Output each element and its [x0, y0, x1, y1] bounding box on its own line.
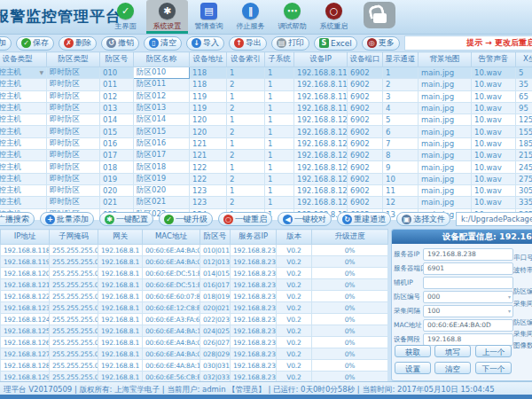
column-header[interactable]: IP地址 — [1, 230, 50, 245]
nav-item-system-restart[interactable]: ○系统重启 — [313, 0, 355, 34]
cell[interactable]: 0% — [312, 291, 388, 302]
cell[interactable]: 192.168.8.238 — [231, 291, 277, 302]
import-button[interactable]: ↓导入 — [186, 36, 224, 51]
cell[interactable]: 014|015 — [200, 268, 231, 279]
cell[interactable]: 192.168.8.1 — [98, 291, 143, 302]
table-row[interactable]: 监控主机即时防区012防区01211911192.168.8.11969023m… — [0, 90, 532, 102]
column-header[interactable]: 设备类型 — [0, 52, 47, 67]
cell[interactable]: 192.168.8.1 — [98, 245, 143, 256]
cell[interactable]: 192.168.8.1 — [98, 268, 143, 279]
collect-interval-input[interactable]: 100▾ — [423, 305, 513, 317]
cell[interactable]: 00:60:6E:12:C8:BD — [143, 302, 200, 314]
cell[interactable]: 010 — [100, 67, 134, 79]
cell[interactable]: 2 — [383, 79, 419, 90]
column-header[interactable]: 网关 — [98, 230, 143, 245]
fill-button[interactable]: 填写 — [434, 345, 471, 357]
cell[interactable]: 024|025 — [200, 325, 231, 337]
column-header[interactable]: 防区名称 — [134, 52, 190, 67]
cell[interactable]: 6902 — [348, 137, 383, 149]
table-row[interactable]: 192.168.8.126255.255.255.0192.168.8.100:… — [1, 337, 388, 348]
cell[interactable]: 121 — [190, 137, 227, 149]
cell[interactable]: 10.wav — [472, 79, 516, 90]
column-header[interactable]: 版本 — [277, 230, 312, 245]
cell[interactable]: main.jpg — [419, 197, 472, 208]
cell[interactable]: 119 — [190, 90, 227, 102]
cell[interactable]: 192.168.8.128 — [1, 360, 50, 372]
more-button[interactable]: ◎更多 — [362, 36, 400, 51]
column-header[interactable]: X坐标 — [516, 52, 532, 67]
cell[interactable]: 10.wav — [472, 173, 516, 184]
cell[interactable]: 1 — [227, 90, 265, 102]
cell[interactable]: 6902 — [348, 79, 383, 90]
cell[interactable]: 155 — [516, 126, 532, 137]
cell[interactable]: 10.wav — [472, 197, 516, 208]
column-header[interactable]: 设备索引 — [227, 52, 265, 67]
cell[interactable]: 监控主机 — [0, 126, 47, 137]
nav-item-alarm-query[interactable]: ▤警情查询 — [188, 0, 230, 34]
cell[interactable]: main.jpg — [419, 79, 472, 90]
cell[interactable]: 192.168.8.118 — [1, 245, 50, 256]
cell[interactable]: 8 — [383, 150, 419, 161]
cell[interactable]: 192.168.8.1 — [98, 325, 143, 337]
cell[interactable]: 192.168.8.120 — [294, 126, 348, 137]
table-row[interactable]: 监控主机即时防区016防区01612111192.168.8.12169027m… — [0, 137, 532, 149]
cell[interactable]: 192.168.8.238 — [231, 256, 277, 268]
cell[interactable]: V0.2 — [277, 256, 312, 268]
cell[interactable]: 即时防区 — [47, 90, 100, 102]
cell[interactable]: 2 — [227, 102, 265, 113]
cell[interactable]: 192.168.8.122 — [1, 291, 50, 302]
cell[interactable]: 1 — [227, 161, 265, 173]
cell[interactable]: 305 — [516, 184, 532, 196]
cell[interactable]: 122 — [190, 161, 227, 173]
cell[interactable]: V0.2 — [277, 279, 312, 291]
cell[interactable]: 00:60:6E:A4:BA:0F — [143, 256, 200, 268]
cell[interactable]: 即时防区 — [47, 184, 100, 196]
table-row[interactable]: 192.168.8.119255.255.255.0192.168.8.100:… — [1, 256, 388, 268]
cell[interactable]: 防区020 — [134, 184, 190, 196]
cell[interactable]: 防区021 — [134, 197, 190, 208]
mac-address-input[interactable]: 00:60:6E:A4:BA:0D — [423, 319, 513, 332]
cell[interactable]: 192.168.8.120 — [294, 114, 348, 126]
table-row[interactable]: 监控主机即时防区014防区01412011192.168.8.12069025m… — [0, 114, 532, 126]
cell[interactable]: 192.168.8.238 — [231, 279, 277, 291]
cell[interactable]: 192.168.8.123 — [294, 184, 348, 196]
nav-item-main[interactable]: ✓主界面 — [105, 0, 146, 34]
clear-button[interactable]: ▯清空 — [144, 36, 182, 51]
next-button[interactable]: 下一个 — [475, 362, 512, 374]
cell[interactable]: 监控主机▼ — [0, 67, 47, 79]
cell[interactable]: 12 — [383, 197, 419, 208]
table-row[interactable]: 监控主机即时防区020防区02012311192.168.8.123690211… — [0, 184, 532, 196]
column-header[interactable]: 设备端口 — [348, 52, 383, 67]
cell[interactable]: 192.168.8.238 — [231, 268, 277, 279]
cell[interactable]: 026|027 — [200, 337, 231, 348]
cell[interactable]: 192.168.8.124 — [1, 314, 50, 325]
cell[interactable]: 35 — [516, 79, 532, 90]
get-button[interactable]: 获取 — [395, 345, 431, 357]
set-button[interactable]: 设置 — [395, 362, 431, 374]
cell[interactable]: 015 — [100, 126, 134, 137]
cell[interactable]: 014 — [100, 114, 134, 126]
cell[interactable]: 192.168.8.238 — [231, 337, 277, 348]
cell[interactable]: 120 — [190, 126, 227, 137]
cell[interactable]: 012 — [100, 90, 134, 102]
cell[interactable]: 192.168.8.121 — [1, 279, 50, 291]
cell[interactable]: 123 — [190, 184, 227, 196]
column-header[interactable]: 设备IP — [294, 52, 348, 67]
cell[interactable]: 0% — [312, 279, 388, 291]
cell[interactable]: 255.255.255.0 — [50, 279, 98, 291]
print-button[interactable]: ▤打印 — [271, 36, 309, 51]
cell[interactable]: 4 — [383, 102, 419, 113]
cell[interactable]: 011 — [100, 79, 134, 90]
cell[interactable]: 215 — [516, 150, 532, 161]
cell[interactable]: 2 — [227, 79, 265, 90]
cell[interactable]: 5 — [516, 67, 532, 79]
cell[interactable]: 120 — [190, 114, 227, 126]
cell[interactable]: 020 — [100, 184, 134, 196]
cell[interactable]: 122 — [190, 173, 227, 184]
cell[interactable]: 125 — [516, 114, 532, 126]
cell[interactable]: 监控主机 — [0, 150, 47, 161]
cell[interactable]: 192.168.8.122 — [294, 161, 348, 173]
cell[interactable]: 192.168.8.119 — [294, 102, 348, 113]
column-header[interactable]: 显示通道 — [383, 52, 419, 67]
cell[interactable]: 1 — [227, 114, 265, 126]
